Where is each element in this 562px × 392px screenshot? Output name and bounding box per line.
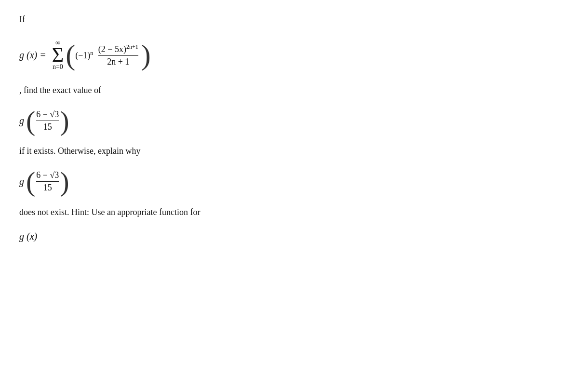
neg-one-n-term: (−1)n: [75, 50, 93, 61]
frac-num-2: 6 − √3: [36, 170, 59, 182]
if-exists-text: if it exists. Otherwise, explain why: [19, 146, 453, 156]
frac-den-1: 15: [43, 122, 52, 132]
frac-num-1: 6 − √3: [36, 109, 59, 121]
close-paren-formula: ): [141, 43, 151, 68]
fraction-2: 6 − √3 15: [36, 170, 59, 193]
g-fraction-1: g ( 6 − √3 15 ): [19, 109, 453, 133]
power-2n1: 2n+1: [126, 43, 138, 50]
summand-denominator: 2n + 1: [107, 57, 129, 67]
does-not-exist-text: does not exist. Hint: Use an appropriate…: [19, 207, 453, 217]
n-exponent: n: [90, 50, 93, 56]
gx-lhs: g (x) =: [19, 50, 46, 61]
g-fraction-2: g ( 6 − √3 15 ): [19, 170, 453, 193]
g-x-bottom: g (x): [19, 231, 453, 242]
summand-fraction: (2 − 5x)2n+1 2n + 1: [98, 43, 138, 67]
close-paren-2: ): [60, 170, 69, 193]
find-text: , find the exact value of: [19, 85, 453, 95]
main-formula: g (x) = ∞ Σ n=0 ( (−1)n (2 − 5x)2n+1 2n …: [19, 39, 453, 71]
intro-text: If: [19, 14, 453, 25]
page-content: If g (x) = ∞ Σ n=0 ( (−1)n (2 − 5x)2n+1 …: [19, 14, 453, 242]
close-paren-1: ): [60, 109, 69, 133]
summand-numerator: (2 − 5x)2n+1: [98, 43, 138, 56]
sigma-lower-bound: n=0: [53, 63, 63, 71]
frac-den-2: 15: [43, 183, 52, 193]
g-label-1: g: [19, 115, 24, 126]
open-paren-1: (: [26, 109, 35, 133]
sigma-glyph: Σ: [52, 45, 64, 65]
sigma-symbol: ∞ Σ n=0: [52, 39, 64, 71]
fraction-1: 6 − √3 15: [36, 109, 59, 132]
open-paren-2: (: [26, 170, 35, 193]
open-paren-formula: (: [66, 43, 75, 68]
g-label-2: g: [19, 176, 24, 187]
